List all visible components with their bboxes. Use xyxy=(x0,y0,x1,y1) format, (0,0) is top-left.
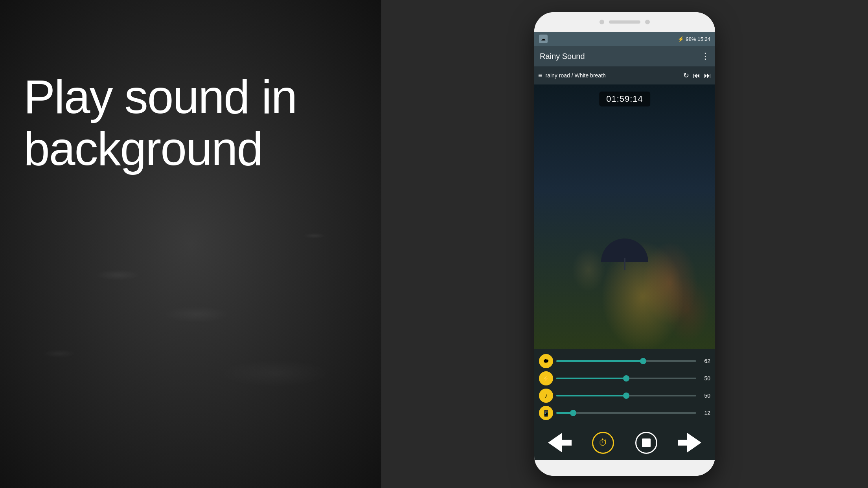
phone-bottom-bar xyxy=(534,460,715,476)
bottom-controls: ⏱ xyxy=(534,425,715,460)
thunder-volume-row: ⚡ 50 xyxy=(539,370,710,387)
thunder-icon-button[interactable]: ⚡ xyxy=(539,371,553,385)
music-slider-fill xyxy=(556,395,626,396)
rain-slider[interactable] xyxy=(556,360,696,362)
back-button[interactable] xyxy=(548,431,572,455)
phone-wrapper: ☁ ⚡ 98% 15:24 Rainy Sound ⋮ ≡ rainy road… xyxy=(381,0,868,488)
thunder-volume-value: 50 xyxy=(699,375,710,382)
stop-button[interactable] xyxy=(634,431,658,455)
timer-circle-icon: ⏱ xyxy=(592,432,614,454)
phone-mockup: ☁ ⚡ 98% 15:24 Rainy Sound ⋮ ≡ rainy road… xyxy=(534,12,715,476)
rain-volume-value: 62 xyxy=(699,358,710,364)
umbrella-graphic xyxy=(601,238,648,270)
stop-square-icon xyxy=(642,438,651,447)
timer-display: 01:59:14 xyxy=(599,92,650,106)
thunder-slider[interactable] xyxy=(556,378,696,379)
playlist-menu-icon[interactable]: ≡ xyxy=(538,72,542,80)
battery-percent: 98% xyxy=(686,36,696,42)
time-display: 15:24 xyxy=(697,36,710,42)
app-title: Rainy Sound xyxy=(540,52,585,61)
music-slider-thumb xyxy=(623,393,629,399)
thunder-slider-fill xyxy=(556,378,626,379)
album-art: 01:59:14 xyxy=(534,84,715,349)
music-icon-button[interactable]: ♪ xyxy=(539,389,553,403)
transport-controls: ↻ ⏮ ⏭ xyxy=(683,71,711,80)
next-button[interactable]: ⏭ xyxy=(704,72,711,80)
phone-slider-fill xyxy=(556,412,573,414)
music-slider[interactable] xyxy=(556,395,696,396)
phone-volume-value: 12 xyxy=(699,410,710,416)
volume-controls-section: 🌧 62 ⚡ 50 ♪ xyxy=(534,349,715,425)
umbrella-handle xyxy=(624,258,625,270)
more-menu-button[interactable]: ⋮ xyxy=(701,51,710,61)
refresh-button[interactable]: ↻ xyxy=(683,71,689,80)
back-arrow-icon xyxy=(548,433,572,453)
phone-top-bar xyxy=(534,12,715,32)
rain-volume-row: 🌧 62 xyxy=(539,352,710,370)
status-right: ⚡ 98% 15:24 xyxy=(678,36,710,42)
music-volume-value: 50 xyxy=(699,393,710,399)
rain-icon-button[interactable]: 🌧 xyxy=(539,354,553,368)
music-volume-row: ♪ 50 xyxy=(539,387,710,404)
rain-slider-fill xyxy=(556,360,643,362)
phone-camera xyxy=(600,20,604,24)
app-icon-small: ☁ xyxy=(539,35,548,43)
stop-circle-icon xyxy=(635,432,657,454)
status-left: ☁ xyxy=(539,35,548,43)
thunder-slider-thumb xyxy=(623,375,629,382)
now-playing-bar: ≡ rainy road / White breath ↻ ⏮ ⏭ xyxy=(534,66,715,84)
phone-camera-right xyxy=(645,20,650,24)
battery-icon: ⚡ xyxy=(678,36,684,42)
prev-button[interactable]: ⏮ xyxy=(693,72,700,80)
status-bar: ☁ ⚡ 98% 15:24 xyxy=(534,32,715,46)
phone-icon-button[interactable]: 📱 xyxy=(539,406,553,420)
title-bar: Rainy Sound ⋮ xyxy=(534,46,715,66)
background-section: Play sound in background xyxy=(0,0,381,488)
forward-button[interactable] xyxy=(678,431,701,455)
phone-speaker xyxy=(609,20,640,24)
rain-slider-thumb xyxy=(640,358,646,364)
forward-arrow-icon xyxy=(678,433,701,453)
phone-slider[interactable] xyxy=(556,412,696,414)
tagline: Play sound in background xyxy=(24,71,296,174)
track-name: rainy road / White breath xyxy=(546,72,680,79)
phone-volume-row: 📱 12 xyxy=(539,404,710,422)
timer-button[interactable]: ⏱ xyxy=(591,431,615,455)
phone-slider-thumb xyxy=(570,410,576,416)
